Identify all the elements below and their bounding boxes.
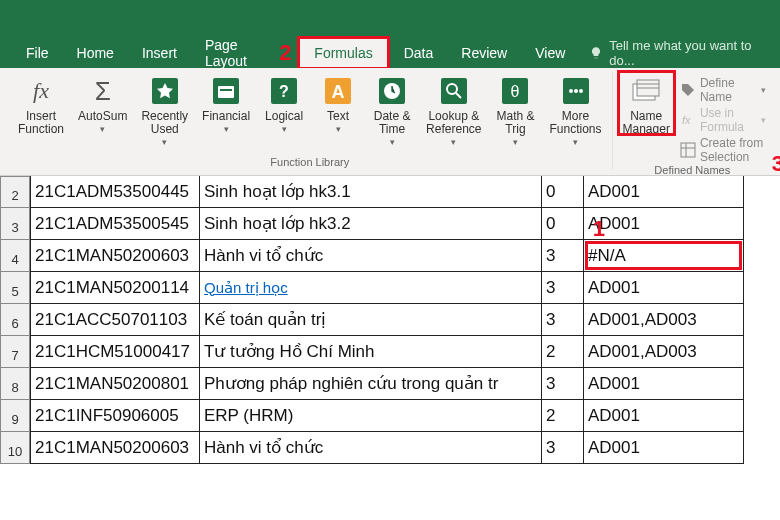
cell[interactable]: 21C1ADM53500545 bbox=[30, 208, 200, 240]
cell[interactable]: Sinh hoạt lớp hk3.1 bbox=[200, 176, 542, 208]
spreadsheet-grid[interactable]: 2345678910 1 21C1ADM53500445Sinh hoạt lớ… bbox=[0, 176, 780, 464]
cell[interactable]: ERP (HRM) bbox=[200, 400, 542, 432]
row-header[interactable]: 2 bbox=[0, 176, 30, 208]
autosum-button[interactable]: Σ AutoSum▾ bbox=[74, 72, 131, 136]
cell[interactable]: AD001 bbox=[584, 272, 744, 304]
group-label-function-library: Function Library bbox=[270, 156, 349, 170]
tab-data[interactable]: Data bbox=[390, 39, 448, 67]
fx-small-icon: fx bbox=[680, 112, 696, 128]
financial-button[interactable]: Financial▾ bbox=[198, 72, 254, 136]
cell[interactable]: 3 bbox=[542, 240, 584, 272]
svg-point-16 bbox=[574, 89, 578, 93]
theta-icon: θ bbox=[502, 78, 528, 104]
text-icon: A bbox=[325, 78, 351, 104]
tab-file[interactable]: File bbox=[12, 39, 63, 67]
cell-error[interactable]: #N/A bbox=[584, 240, 744, 272]
row-header[interactable]: 10 bbox=[0, 432, 30, 464]
row-header[interactable]: 5 bbox=[0, 272, 30, 304]
cell[interactable]: 3 bbox=[542, 368, 584, 400]
cell[interactable]: 21C1MAN50200603 bbox=[30, 432, 200, 464]
table-row: 21C1INF50906005ERP (HRM)2AD001 bbox=[30, 400, 780, 432]
tell-me-search[interactable]: Tell me what you want to do... bbox=[589, 38, 780, 68]
cell[interactable]: 0 bbox=[542, 176, 584, 208]
table-row: 21C1ADM53500545Sinh hoạt lớp hk3.20AD001 bbox=[30, 208, 780, 240]
svg-text:?: ? bbox=[279, 83, 289, 100]
cell[interactable]: 21C1ADM53500445 bbox=[30, 176, 200, 208]
tab-formulas[interactable]: Formulas bbox=[297, 36, 389, 70]
svg-rect-10 bbox=[441, 78, 467, 104]
cell[interactable]: 21C1ACC50701103 bbox=[30, 304, 200, 336]
cell[interactable]: AD001 bbox=[584, 368, 744, 400]
recently-used-button[interactable]: Recently Used▾ bbox=[137, 72, 192, 149]
cell[interactable]: 21C1MAN50200801 bbox=[30, 368, 200, 400]
tab-view[interactable]: View bbox=[521, 39, 579, 67]
tab-insert[interactable]: Insert bbox=[128, 39, 191, 67]
logical-icon: ? bbox=[271, 78, 297, 104]
row-header[interactable]: 7 bbox=[0, 336, 30, 368]
math-trig-button[interactable]: θ Math & Trig▾ bbox=[491, 72, 539, 149]
cell[interactable]: AD001 bbox=[584, 432, 744, 464]
cell[interactable]: Quản trị học bbox=[200, 272, 542, 304]
svg-rect-21 bbox=[681, 143, 695, 157]
annotation-1: 1 bbox=[593, 216, 605, 242]
cell[interactable]: 2 bbox=[542, 336, 584, 368]
star-icon bbox=[152, 78, 178, 104]
hyperlink[interactable]: Quản trị học bbox=[204, 279, 288, 297]
text-button[interactable]: A Text▾ bbox=[314, 72, 362, 136]
cell[interactable]: Hành vi tổ chức bbox=[200, 240, 542, 272]
tab-review[interactable]: Review bbox=[447, 39, 521, 67]
cell[interactable]: 0 bbox=[542, 208, 584, 240]
defined-names-list: Define Name▾ fx Use in Formula▾ Create f… bbox=[680, 72, 766, 164]
cell[interactable]: 21C1MAN50200603 bbox=[30, 240, 200, 272]
cell[interactable]: 21C1INF50906005 bbox=[30, 400, 200, 432]
define-name-button[interactable]: Define Name▾ bbox=[680, 76, 766, 104]
cell[interactable]: AD001,AD003 bbox=[584, 336, 744, 368]
use-in-formula-button[interactable]: fx Use in Formula▾ bbox=[680, 106, 766, 134]
table-row: 21C1ACC50701103Kế toán quản trị3AD001,AD… bbox=[30, 304, 780, 336]
tab-home[interactable]: Home bbox=[63, 39, 128, 67]
svg-text:θ: θ bbox=[511, 83, 520, 100]
more-icon bbox=[563, 78, 589, 104]
table-row: 21C1MAN50200603Hành vi tổ chức3AD001 bbox=[30, 432, 780, 464]
create-from-selection-button[interactable]: Create from Selection bbox=[680, 136, 766, 164]
date-time-button[interactable]: Date & Time▾ bbox=[368, 72, 416, 149]
clock-icon bbox=[379, 78, 405, 104]
name-manager-button[interactable]: Name Manager bbox=[619, 72, 674, 138]
svg-rect-3 bbox=[220, 89, 232, 91]
lightbulb-icon bbox=[589, 46, 603, 60]
table-row: 21C1HCM51000417Tư tưởng Hồ Chí Minh2AD00… bbox=[30, 336, 780, 368]
cell[interactable]: AD001 bbox=[584, 400, 744, 432]
cell[interactable]: Phương pháp nghiên cứu trong quản tr bbox=[200, 368, 542, 400]
svg-point-17 bbox=[579, 89, 583, 93]
cell[interactable]: 21C1HCM51000417 bbox=[30, 336, 200, 368]
svg-rect-2 bbox=[218, 86, 234, 98]
cell[interactable]: 3 bbox=[542, 432, 584, 464]
cell[interactable]: 3 bbox=[542, 272, 584, 304]
cell[interactable]: 21C1MAN50200114 bbox=[30, 272, 200, 304]
insert-function-button[interactable]: fx Insert Function bbox=[14, 72, 68, 138]
row-header[interactable]: 3 bbox=[0, 208, 30, 240]
grid-icon bbox=[680, 142, 696, 158]
row-header[interactable]: 9 bbox=[0, 400, 30, 432]
table-row: 21C1ADM53500445Sinh hoạt lớp hk3.10AD001 bbox=[30, 176, 780, 208]
cell[interactable]: Hành vi tổ chức bbox=[200, 432, 542, 464]
ribbon-tabs: File Home Insert Page Layout 2 Formulas … bbox=[0, 38, 780, 68]
cell[interactable]: AD001,AD003 bbox=[584, 304, 744, 336]
row-header[interactable]: 4 bbox=[0, 240, 30, 272]
cell[interactable]: Kế toán quản trị bbox=[200, 304, 542, 336]
cell[interactable]: AD001 bbox=[584, 208, 744, 240]
svg-text:fx: fx bbox=[682, 114, 691, 126]
name-manager-icon bbox=[631, 78, 661, 104]
lookup-icon bbox=[441, 78, 467, 104]
lookup-button[interactable]: Lookup & Reference▾ bbox=[422, 72, 485, 149]
logical-button[interactable]: ? Logical▾ bbox=[260, 72, 308, 136]
cell[interactable]: Sinh hoạt lớp hk3.2 bbox=[200, 208, 542, 240]
svg-text:A: A bbox=[332, 82, 345, 102]
cell[interactable]: 3 bbox=[542, 304, 584, 336]
more-functions-button[interactable]: More Functions▾ bbox=[545, 72, 605, 149]
cell[interactable]: 2 bbox=[542, 400, 584, 432]
cell[interactable]: AD001 bbox=[584, 176, 744, 208]
row-header[interactable]: 6 bbox=[0, 304, 30, 336]
row-header[interactable]: 8 bbox=[0, 368, 30, 400]
cell[interactable]: Tư tưởng Hồ Chí Minh bbox=[200, 336, 542, 368]
